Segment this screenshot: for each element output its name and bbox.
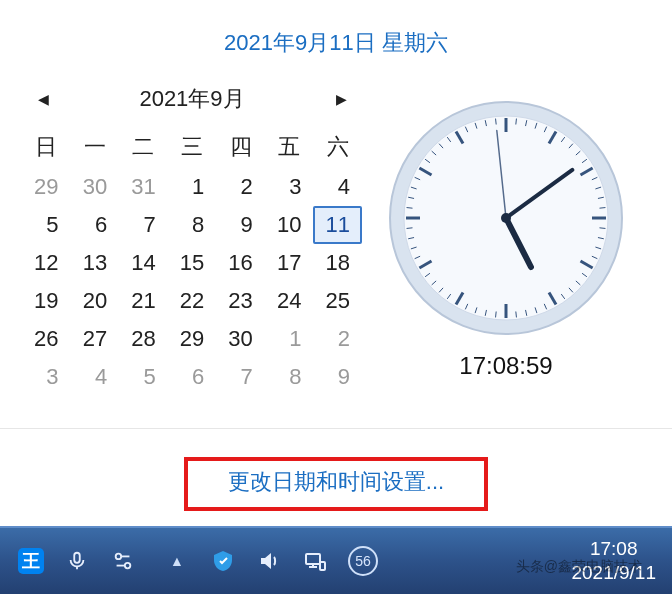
calendar-day[interactable]: 10 — [265, 206, 314, 244]
calendar-day[interactable]: 2 — [216, 168, 265, 206]
calendar-day[interactable]: 6 — [168, 358, 217, 396]
weekday-header: 二 — [119, 126, 168, 168]
annotation-highlight: 更改日期和时间设置... — [184, 457, 488, 511]
calendar-day[interactable]: 19 — [22, 282, 71, 320]
calendar-day[interactable]: 16 — [216, 244, 265, 282]
calendar-day[interactable]: 22 — [168, 282, 217, 320]
calendar-day-today[interactable]: 11 — [313, 206, 362, 244]
prev-month-button[interactable]: ◀ — [34, 91, 52, 107]
calendar-day[interactable]: 2 — [313, 320, 362, 358]
calendar-day[interactable]: 4 — [313, 168, 362, 206]
svg-line-16 — [599, 208, 605, 209]
analog-clock — [386, 98, 626, 338]
calendar-day[interactable]: 7 — [119, 206, 168, 244]
calendar-grid: 日一二三四五六293031123456789101112131415161718… — [22, 126, 362, 396]
calendar-day[interactable]: 26 — [22, 320, 71, 358]
calendar-day[interactable]: 24 — [265, 282, 314, 320]
calendar-day[interactable]: 14 — [119, 244, 168, 282]
svg-point-65 — [501, 213, 511, 223]
weekday-header: 五 — [265, 126, 314, 168]
svg-line-18 — [599, 228, 605, 229]
calendar-day[interactable]: 8 — [265, 358, 314, 396]
main-area: ◀ 2021年9月 ▶ 日一二三四五六293031123456789101112… — [0, 66, 672, 396]
calendar-day[interactable]: 28 — [119, 320, 168, 358]
weekday-header: 六 — [313, 126, 362, 168]
weekday-header: 一 — [71, 126, 120, 168]
calendar-day[interactable]: 30 — [216, 320, 265, 358]
microphone-icon[interactable] — [64, 548, 90, 574]
security-shield-icon[interactable] — [210, 548, 236, 574]
next-month-button[interactable]: ▶ — [332, 91, 350, 107]
calendar: ◀ 2021年9月 ▶ 日一二三四五六293031123456789101112… — [22, 78, 362, 396]
temperature-badge[interactable]: 56 — [348, 546, 378, 576]
svg-line-48 — [407, 208, 413, 209]
calendar-day[interactable]: 17 — [265, 244, 314, 282]
calendar-day[interactable]: 7 — [216, 358, 265, 396]
calendar-day[interactable]: 3 — [22, 358, 71, 396]
weekday-header: 日 — [22, 126, 71, 168]
calendar-day[interactable]: 9 — [313, 358, 362, 396]
show-hidden-icons-button[interactable]: ▲ — [164, 548, 190, 574]
calendar-day[interactable]: 13 — [71, 244, 120, 282]
svg-line-33 — [496, 311, 497, 317]
svg-line-61 — [496, 119, 497, 125]
calendar-day[interactable]: 6 — [71, 206, 120, 244]
calendar-day[interactable]: 21 — [119, 282, 168, 320]
watermark-text: 头条@鑫荣电脑技术 — [516, 558, 642, 576]
tray-area: 王 ▲ 56 — [18, 546, 378, 576]
datetime-flyout: 2021年9月11日 星期六 ◀ 2021年9月 ▶ 日一二三四五六293031… — [0, 0, 672, 524]
weekday-header: 四 — [216, 126, 265, 168]
svg-point-68 — [125, 563, 130, 569]
calendar-month-label: 2021年9月 — [139, 84, 244, 114]
date-title: 2021年9月11日 星期六 — [0, 0, 672, 66]
calendar-day[interactable]: 29 — [22, 168, 71, 206]
calendar-day[interactable]: 27 — [71, 320, 120, 358]
calendar-day[interactable]: 3 — [265, 168, 314, 206]
calendar-header: ◀ 2021年9月 ▶ — [22, 78, 362, 126]
calendar-day[interactable]: 15 — [168, 244, 217, 282]
calendar-day[interactable]: 20 — [71, 282, 120, 320]
calendar-day[interactable]: 4 — [71, 358, 120, 396]
settings-toggle-icon[interactable] — [110, 548, 136, 574]
svg-rect-66 — [74, 553, 80, 563]
calendar-day[interactable]: 12 — [22, 244, 71, 282]
calendar-day[interactable]: 23 — [216, 282, 265, 320]
calendar-day[interactable]: 1 — [265, 320, 314, 358]
calendar-day[interactable]: 18 — [313, 244, 362, 282]
calendar-day[interactable]: 25 — [313, 282, 362, 320]
flyout-footer: 更改日期和时间设置... — [0, 428, 672, 511]
svg-rect-70 — [320, 562, 325, 570]
network-icon[interactable] — [302, 548, 328, 574]
svg-line-3 — [516, 119, 517, 125]
weekday-header: 三 — [168, 126, 217, 168]
svg-rect-69 — [306, 554, 320, 564]
calendar-day[interactable]: 5 — [22, 206, 71, 244]
calendar-day[interactable]: 29 — [168, 320, 217, 358]
clock-block: 17:08:59 — [362, 78, 650, 396]
calendar-day[interactable]: 31 — [119, 168, 168, 206]
svg-point-67 — [116, 554, 122, 560]
calendar-day[interactable]: 5 — [119, 358, 168, 396]
calendar-day[interactable]: 8 — [168, 206, 217, 244]
calendar-day[interactable]: 30 — [71, 168, 120, 206]
ime-icon[interactable]: 王 — [18, 548, 44, 574]
change-datetime-settings-link[interactable]: 更改日期和时间设置... — [228, 469, 444, 494]
calendar-day[interactable]: 9 — [216, 206, 265, 244]
svg-line-31 — [516, 311, 517, 317]
svg-line-46 — [407, 228, 413, 229]
digital-time: 17:08:59 — [459, 352, 552, 380]
calendar-day[interactable]: 1 — [168, 168, 217, 206]
volume-icon[interactable] — [256, 548, 282, 574]
